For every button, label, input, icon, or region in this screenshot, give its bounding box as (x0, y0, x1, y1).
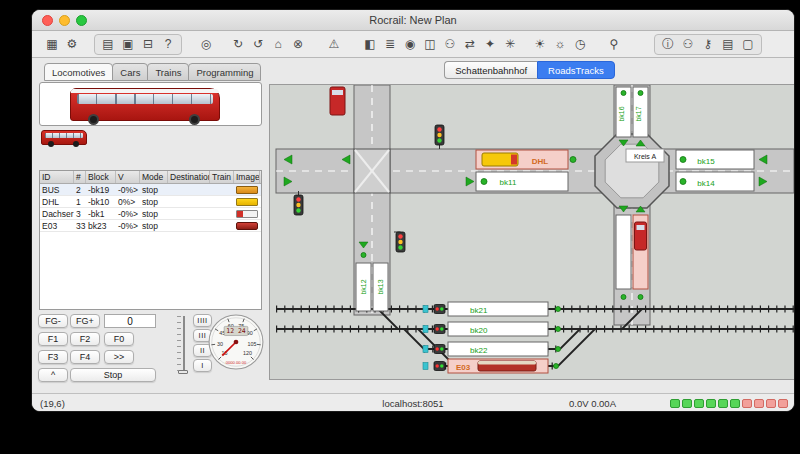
column-header[interactable]: Block (86, 171, 116, 183)
locomotives-icon[interactable]: ◧ (361, 35, 379, 54)
auto-mode-icon[interactable]: ↻ (229, 35, 247, 54)
green-indicator (718, 399, 728, 408)
block-bk15[interactable] (676, 150, 754, 169)
f2-button[interactable]: F2 (70, 332, 100, 346)
plan-canvas[interactable]: Kreis A (269, 84, 795, 380)
column-header[interactable]: # (74, 171, 86, 183)
red-truck-north-image (330, 87, 345, 115)
column-header[interactable]: R (260, 171, 262, 183)
bk13-label: bk13 (377, 279, 384, 294)
cab-throttle-icon[interactable]: ▦ (43, 35, 61, 54)
fg-minus-button[interactable]: FG- (38, 314, 68, 328)
fg-plus-button[interactable]: FG+ (70, 314, 100, 328)
tab-cars[interactable]: Cars (112, 63, 148, 81)
bk21-label: bk21 (470, 306, 488, 315)
block-bk21[interactable] (448, 302, 548, 316)
table-row[interactable]: E0333bk23-0%>stop (40, 220, 261, 232)
monitor-icon[interactable]: ◉ (401, 35, 419, 54)
table-cell: -0%> (116, 221, 140, 231)
reset-icon[interactable]: ↺ (249, 35, 267, 54)
red-indicator (766, 399, 776, 408)
roundabout-kreis-a[interactable]: Kreis A (595, 134, 669, 208)
tab-schattenbahnhof[interactable]: Schattenbahnhof (444, 61, 537, 79)
clock-icon[interactable]: ◷ (571, 35, 589, 54)
table-row[interactable]: Dachser3-bk1-0%>stop (40, 208, 261, 220)
f0-button[interactable]: F0 (104, 332, 134, 346)
column-header[interactable]: Mode (140, 171, 168, 183)
column-header[interactable]: Image (234, 171, 260, 183)
direction-button[interactable]: ^ (38, 368, 68, 382)
print-icon[interactable]: ⊟ (139, 35, 157, 54)
cars-icon[interactable]: ◫ (421, 35, 439, 54)
stop-button[interactable]: Stop (70, 368, 156, 382)
lock-icon[interactable]: ⚷ (699, 35, 717, 54)
emergency-stop-icon[interactable]: ⊗ (289, 35, 307, 54)
column-header[interactable]: Destination (168, 171, 210, 183)
lamp-icon[interactable]: ☀ (531, 35, 549, 54)
locomotive-table[interactable]: ID#BlockVModeDestinationTrainImageR BUS2… (39, 170, 262, 310)
display-icon[interactable]: ▢ (739, 35, 757, 54)
home-icon[interactable]: ⌂ (269, 35, 287, 54)
table-cell: 0%> (116, 197, 140, 207)
table-cell: 2 (74, 185, 86, 195)
search-icon[interactable]: ⚲ (605, 35, 623, 54)
red-indicator (754, 399, 764, 408)
signals-icon[interactable]: ✳ (501, 35, 519, 54)
table-cell-image (234, 198, 260, 206)
power-icon[interactable]: ◎ (197, 35, 215, 54)
daylight-icon[interactable]: ☼ (551, 35, 569, 54)
road-crossing[interactable] (354, 149, 390, 193)
plan-notes-icon[interactable]: ▤ (99, 35, 117, 54)
gauge-odometer: 0000.00.00 (226, 360, 247, 365)
table-row[interactable]: DHL1-bk100%>stop (40, 196, 261, 208)
speed-slider[interactable] (176, 314, 190, 376)
save-icon[interactable]: ▣ (119, 35, 137, 54)
table-row[interactable]: BUS2-bk19-0%>stop (40, 184, 261, 196)
more-functions-button[interactable]: >> (104, 350, 134, 364)
turnouts-icon[interactable]: ✦ (481, 35, 499, 54)
titlebar: Rocrail: New Plan (32, 10, 794, 31)
track-plan[interactable]: Kreis A (270, 85, 794, 379)
info-icon[interactable]: ⓘ (659, 35, 677, 54)
yellow-truck-image (236, 198, 258, 206)
train-list-icon[interactable]: ≣ (381, 35, 399, 54)
traffic-light-south[interactable] (394, 232, 405, 252)
tab-roadstracks[interactable]: RoadsTracks (537, 61, 615, 79)
bk22-label: bk22 (470, 346, 488, 355)
column-header[interactable]: V (116, 171, 140, 183)
f3-button[interactable]: F3 (38, 350, 68, 364)
bus-thumbnail-image (41, 130, 87, 145)
toolbar-group: ☀☼◷ (530, 35, 590, 54)
f1-button[interactable]: F1 (38, 332, 68, 346)
warning-icon[interactable]: ⚠ (325, 35, 343, 54)
svg-text:120: 120 (243, 350, 252, 356)
toolbar-group: ◎ (196, 35, 216, 54)
help-icon[interactable]: ? (159, 35, 177, 54)
operators-icon[interactable]: ⚇ (441, 35, 459, 54)
speedometer: 15 30 45 60 75 90 105 120 12 24 0000.00.… (208, 314, 264, 370)
speed-value-input[interactable]: 0 (104, 314, 156, 328)
f4-button[interactable]: F4 (70, 350, 100, 364)
block-south-left[interactable] (616, 215, 631, 289)
tab-locomotives[interactable]: Locomotives (44, 63, 113, 81)
users-icon[interactable]: ⚇ (679, 35, 697, 54)
table-cell: DHL (40, 197, 74, 207)
orange-truck-image (236, 186, 258, 194)
column-header[interactable]: ID (40, 171, 74, 183)
routes-icon[interactable]: ⇄ (461, 35, 479, 54)
block-bk22[interactable] (448, 342, 548, 356)
slider-thumb[interactable] (178, 370, 188, 374)
tab-programming[interactable]: Programming (188, 63, 261, 81)
toolbar-group: ▦⚙ (42, 35, 82, 54)
slider-track (183, 316, 185, 374)
settings-gear-icon[interactable]: ⚙ (63, 35, 81, 54)
green-indicator (694, 399, 704, 408)
column-header[interactable]: Train (210, 171, 234, 183)
block-bk11[interactable] (476, 172, 568, 191)
main-content: LocomotivesCarsTrainsProgramming ID#Bloc… (32, 58, 794, 393)
toolbar: ▦⚙▤▣⊟?◎↻↺⌂⊗⚠◧≣◉◫⚇⇄✦✳☀☼◷⚲ⓘ⚇⚷▤▢ (32, 31, 794, 58)
block-bk14[interactable] (676, 172, 754, 191)
manual-icon[interactable]: ▤ (719, 35, 737, 54)
block-bk20[interactable] (448, 322, 548, 336)
tab-trains[interactable]: Trains (147, 63, 189, 81)
